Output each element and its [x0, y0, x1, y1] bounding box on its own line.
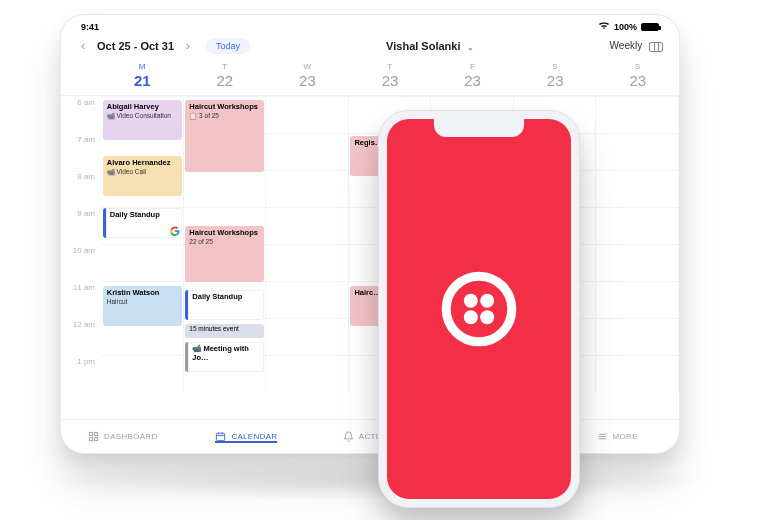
svg-point-11	[446, 276, 512, 342]
day-number: 23	[349, 72, 432, 89]
event-title: Daily Standup	[110, 211, 178, 220]
svg-point-13	[480, 294, 494, 308]
svg-rect-3	[95, 437, 98, 440]
twilio-logo-icon	[438, 268, 520, 350]
nav-dashboard[interactable]: DASHBOARD	[61, 431, 185, 442]
day-number: 23	[431, 72, 514, 89]
time-label: 6 am	[61, 96, 101, 133]
time-label: 7 am	[61, 133, 101, 170]
svg-point-15	[480, 310, 494, 324]
battery-pct: 100%	[614, 22, 637, 32]
day-column[interactable]: F23	[431, 58, 514, 95]
calendar-event[interactable]: Daily Standup	[185, 290, 264, 320]
today-button[interactable]: Today	[206, 38, 250, 54]
weekday-label: W	[266, 62, 349, 71]
day-column[interactable]: S23	[596, 58, 679, 95]
event-subtitle: 📋 3 of 25	[189, 112, 260, 119]
time-label: 10 am	[61, 244, 101, 281]
svg-rect-0	[89, 432, 92, 435]
day-number: 23	[514, 72, 597, 89]
event-title: Haircut Workshops	[189, 103, 260, 112]
phone-screen	[387, 119, 571, 499]
day-column[interactable]: T22	[184, 58, 267, 95]
event-title: 15 minutes event	[189, 325, 260, 332]
weekday-header: M21T22W23T23F23S23S23	[61, 58, 679, 96]
weekday-label: F	[431, 62, 514, 71]
svg-point-12	[464, 294, 478, 308]
status-right: 100%	[598, 21, 659, 32]
day-number: 21	[101, 72, 184, 89]
calendar-event[interactable]: Haircut Workshops22 of 25	[185, 226, 264, 282]
time-label: 11 am	[61, 281, 101, 318]
date-range[interactable]: Oct 25 - Oct 31	[97, 40, 174, 52]
status-time: 9:41	[81, 22, 99, 32]
weekday-label: S	[514, 62, 597, 71]
tablet-device: 9:41 100% ‹ Oct 25 - Oct 31 › Today Vish…	[60, 14, 680, 454]
weekday-label: M	[101, 62, 184, 71]
event-title: Haircut Workshops	[189, 229, 260, 238]
nav-calendar[interactable]: CALENDAR	[185, 431, 309, 442]
prev-week-button[interactable]: ‹	[77, 39, 89, 53]
day-number: 22	[184, 72, 267, 89]
wifi-icon	[598, 21, 610, 32]
event-title: Daily Standup	[192, 293, 260, 302]
calendar-event[interactable]: Alvaro Hernandez📹 Video Call	[103, 156, 182, 196]
day-column[interactable]: S23	[514, 58, 597, 95]
status-bar: 9:41 100%	[61, 15, 679, 34]
time-gutter: 6 am7 am8 am9 am10 am11 am12 am1 pm	[61, 96, 101, 392]
bell-icon	[343, 431, 354, 442]
svg-rect-4	[217, 433, 225, 440]
time-label: 9 am	[61, 207, 101, 244]
day-column[interactable]: W23	[266, 58, 349, 95]
day-number: 23	[596, 72, 679, 89]
calendar-event[interactable]: Daily Standup	[103, 208, 182, 238]
calendar-header: ‹ Oct 25 - Oct 31 › Today Vishal Solanki…	[61, 34, 679, 58]
svg-rect-1	[95, 432, 98, 435]
weekday-label: T	[349, 62, 432, 71]
phone-device	[378, 110, 580, 508]
day-column[interactable]: M21	[101, 58, 184, 95]
calendar-event[interactable]: 📹 Meeting with Jo…	[185, 342, 264, 372]
calendar-event[interactable]: Kristin WatsonHaircut	[103, 286, 182, 326]
calendar-event[interactable]: 15 minutes event	[185, 324, 264, 338]
event-title: Abigail Harvey	[107, 103, 178, 112]
svg-rect-2	[89, 437, 92, 440]
event-subtitle: 📹 Video Consultation	[107, 112, 178, 119]
battery-icon	[641, 23, 659, 31]
calendar-grid[interactable]: 6 am7 am8 am9 am10 am11 am12 am1 pm Day …	[61, 96, 679, 392]
week-grid-icon	[649, 42, 663, 52]
nav-label: CALENDAR	[231, 432, 277, 441]
bottom-nav: DASHBOARDCALENDARACTIVITYMORE	[61, 419, 679, 453]
next-week-button[interactable]: ›	[182, 39, 194, 53]
event-title: Kristin Watson	[107, 289, 178, 298]
event-title: Alvaro Hernandez	[107, 159, 178, 168]
weekday-label: S	[596, 62, 679, 71]
calendar-event[interactable]: Haircut Workshops📋 3 of 25	[185, 100, 264, 172]
chevron-down-icon: ⌄	[467, 43, 474, 52]
event-subtitle: 📹 Video Call	[107, 168, 178, 175]
event-title: 📹 Meeting with Jo…	[192, 345, 260, 362]
calendar-event[interactable]: Abigail Harvey📹 Video Consultation	[103, 100, 182, 140]
day-column[interactable]: T23	[349, 58, 432, 95]
menu-icon	[597, 431, 608, 442]
event-subtitle: 22 of 25	[189, 238, 260, 245]
google-icon	[170, 226, 180, 236]
event-subtitle: Haircut	[107, 298, 178, 305]
calendar-owner-dropdown[interactable]: Vishal Solanki ⌄	[258, 40, 602, 52]
phone-notch	[434, 119, 524, 137]
nav-label: MORE	[613, 432, 638, 441]
day-number: 23	[266, 72, 349, 89]
time-label: 12 am	[61, 318, 101, 355]
nav-label: DASHBOARD	[104, 432, 157, 441]
cal-icon	[215, 431, 226, 442]
dash-icon	[88, 431, 99, 442]
weekday-label: T	[184, 62, 267, 71]
svg-point-14	[464, 310, 478, 324]
time-label: 1 pm	[61, 355, 101, 392]
view-mode-toggle[interactable]: Weekly	[610, 40, 663, 51]
time-label: 8 am	[61, 170, 101, 207]
